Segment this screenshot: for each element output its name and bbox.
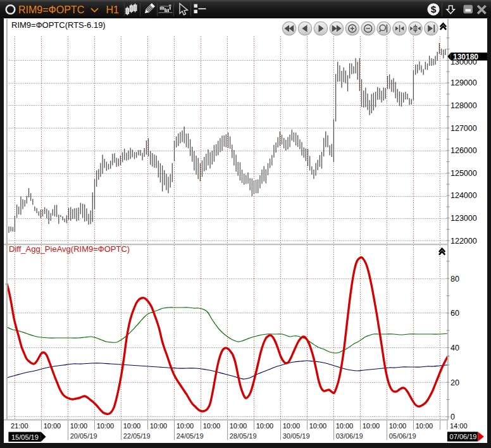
- svg-text:10:00: 10:00: [70, 422, 88, 430]
- svg-text:10:00: 10:00: [203, 422, 221, 430]
- svg-text:40: 40: [451, 344, 459, 352]
- svg-text:H1: H1: [106, 4, 120, 15]
- svg-text:24/05/19: 24/05/19: [177, 432, 204, 440]
- svg-text:123000: 123000: [451, 214, 477, 223]
- svg-text:RIM9=ФOPTC(RTS-6.19): RIM9=ФOPTC(RTS-6.19): [11, 20, 106, 30]
- svg-text:20: 20: [451, 378, 459, 387]
- svg-text:10:00: 10:00: [97, 422, 115, 430]
- svg-text:$: $: [431, 4, 437, 15]
- svg-text:20/05/19: 20/05/19: [70, 432, 97, 440]
- svg-text:10:00: 10:00: [44, 422, 61, 430]
- svg-text:10:00: 10:00: [123, 422, 141, 430]
- svg-text:10:00: 10:00: [309, 422, 327, 430]
- svg-text:15/05/19: 15/05/19: [11, 433, 39, 441]
- svg-text:10:00: 10:00: [177, 422, 194, 430]
- svg-text:14:00: 14:00: [450, 422, 468, 430]
- svg-text:124000: 124000: [451, 191, 477, 200]
- svg-text:10:00: 10:00: [283, 422, 301, 430]
- svg-text:05/06/19: 05/06/19: [389, 432, 416, 440]
- svg-text:30/05/19: 30/05/19: [283, 432, 310, 440]
- svg-text:10:00: 10:00: [336, 422, 354, 430]
- svg-text:80: 80: [451, 275, 459, 283]
- svg-text:07/06/19: 07/06/19: [450, 433, 477, 440]
- svg-text:Diff_Agg_PieAvg(RIM9=ФOPTC): Diff_Agg_PieAvg(RIM9=ФOPTC): [9, 244, 130, 254]
- svg-text:03/06/19: 03/06/19: [336, 432, 363, 440]
- svg-text:28/05/19: 28/05/19: [230, 432, 257, 440]
- svg-text:22/05/19: 22/05/19: [123, 432, 151, 440]
- svg-text:128000: 128000: [451, 101, 477, 110]
- svg-text:10:00: 10:00: [256, 422, 274, 430]
- svg-text:129000: 129000: [451, 78, 477, 87]
- svg-text:10:00: 10:00: [416, 422, 433, 430]
- svg-text:126000: 126000: [451, 146, 477, 155]
- svg-text:RIM9=ФOPTC: RIM9=ФOPTC: [18, 4, 84, 15]
- svg-text:10:00: 10:00: [230, 422, 247, 430]
- svg-text:60: 60: [451, 309, 459, 318]
- svg-text:0: 0: [451, 413, 455, 421]
- svg-text:130180: 130180: [453, 53, 478, 61]
- svg-text:122000: 122000: [451, 237, 477, 246]
- svg-text:10:00: 10:00: [150, 422, 168, 430]
- svg-text:10:00: 10:00: [389, 422, 407, 430]
- svg-text:10:00: 10:00: [363, 422, 380, 430]
- svg-text:21:00: 21:00: [11, 422, 28, 430]
- svg-text:125000: 125000: [451, 169, 477, 178]
- svg-text:127000: 127000: [451, 124, 477, 133]
